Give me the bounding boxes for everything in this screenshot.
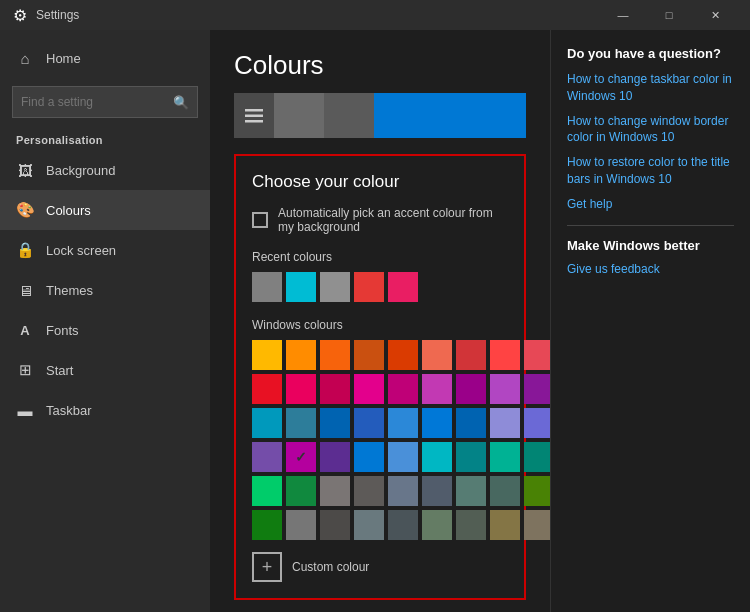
windows-swatch-10[interactable]: [286, 374, 316, 404]
recent-swatch-3[interactable]: [354, 272, 384, 302]
windows-swatch-16[interactable]: [490, 374, 520, 404]
help-link-3[interactable]: Get help: [567, 196, 734, 213]
windows-swatch-41[interactable]: [422, 476, 452, 506]
recent-colours-row: [252, 272, 508, 302]
preview-accent-bar: [374, 93, 526, 138]
help-link-0[interactable]: How to change taskbar color in Windows 1…: [567, 71, 734, 105]
recent-swatch-2[interactable]: [320, 272, 350, 302]
windows-swatch-27[interactable]: [252, 442, 282, 472]
preview-strip: [234, 93, 526, 138]
windows-swatch-28[interactable]: [286, 442, 316, 472]
windows-swatch-14[interactable]: [422, 374, 452, 404]
help-link-1[interactable]: How to change window border color in Win…: [567, 113, 734, 147]
search-input[interactable]: [21, 95, 173, 109]
windows-swatch-40[interactable]: [388, 476, 418, 506]
windows-swatch-1[interactable]: [286, 340, 316, 370]
windows-swatch-23[interactable]: [422, 408, 452, 438]
windows-swatch-8[interactable]: [524, 340, 550, 370]
recent-colours-label: Recent colours: [252, 250, 508, 264]
sidebar-item-home[interactable]: ⌂ Home: [0, 38, 210, 78]
windows-swatch-9[interactable]: [252, 374, 282, 404]
windows-swatch-12[interactable]: [354, 374, 384, 404]
help-link-2[interactable]: How to restore color to the title bars i…: [567, 154, 734, 188]
recent-swatch-0[interactable]: [252, 272, 282, 302]
sidebar-item-themes[interactable]: 🖥 Themes: [0, 270, 210, 310]
windows-swatch-18[interactable]: [252, 408, 282, 438]
windows-swatch-29[interactable]: [320, 442, 350, 472]
help-title: Do you have a question?: [567, 46, 734, 61]
right-panel: Do you have a question? How to change ta…: [550, 30, 750, 612]
windows-swatch-22[interactable]: [388, 408, 418, 438]
minimize-button[interactable]: —: [600, 0, 646, 30]
windows-swatch-15[interactable]: [456, 374, 486, 404]
maximize-button[interactable]: □: [646, 0, 692, 30]
custom-colour-label: Custom colour: [292, 560, 369, 574]
windows-swatch-4[interactable]: [388, 340, 418, 370]
windows-swatch-20[interactable]: [320, 408, 350, 438]
sidebar-item-lockscreen[interactable]: 🔒 Lock screen: [0, 230, 210, 270]
auto-accent-checkbox[interactable]: [252, 212, 268, 228]
windows-swatch-21[interactable]: [354, 408, 384, 438]
windows-swatch-32[interactable]: [422, 442, 452, 472]
windows-swatch-44[interactable]: [524, 476, 550, 506]
windows-swatch-31[interactable]: [388, 442, 418, 472]
sidebar-item-colours[interactable]: 🎨 Colours: [0, 190, 210, 230]
recent-swatch-1[interactable]: [286, 272, 316, 302]
windows-swatch-24[interactable]: [456, 408, 486, 438]
windows-swatch-52[interactable]: [490, 510, 520, 540]
windows-swatch-46[interactable]: [286, 510, 316, 540]
custom-colour-row: + Custom colour: [252, 552, 508, 582]
recent-swatch-4[interactable]: [388, 272, 418, 302]
search-box[interactable]: 🔍: [12, 86, 198, 118]
windows-swatch-11[interactable]: [320, 374, 350, 404]
windows-swatch-36[interactable]: [252, 476, 282, 506]
windows-swatch-0[interactable]: [252, 340, 282, 370]
preview-tile-2: [324, 93, 374, 138]
windows-swatch-2[interactable]: [320, 340, 350, 370]
windows-swatch-38[interactable]: [320, 476, 350, 506]
section-label: Personalisation: [0, 126, 210, 150]
sidebar-item-taskbar[interactable]: ▬ Taskbar: [0, 390, 210, 430]
panel-divider: [567, 225, 734, 226]
windows-swatch-35[interactable]: [524, 442, 550, 472]
windows-swatch-30[interactable]: [354, 442, 384, 472]
windows-swatch-13[interactable]: [388, 374, 418, 404]
windows-swatch-39[interactable]: [354, 476, 384, 506]
windows-swatch-48[interactable]: [354, 510, 384, 540]
close-button[interactable]: ✕: [692, 0, 738, 30]
sidebar: ⌂ Home 🔍 Personalisation 🖼 Background 🎨 …: [0, 30, 210, 612]
taskbar-icon: ▬: [16, 401, 34, 419]
sidebar-item-fonts[interactable]: A Fonts: [0, 310, 210, 350]
auto-accent-label: Automatically pick an accent colour from…: [278, 206, 508, 234]
windows-swatch-51[interactable]: [456, 510, 486, 540]
windows-swatch-45[interactable]: [252, 510, 282, 540]
app-icon: ⚙: [12, 7, 28, 23]
windows-swatch-49[interactable]: [388, 510, 418, 540]
feedback-link[interactable]: Give us feedback: [567, 261, 734, 278]
page-title: Colours: [234, 50, 526, 81]
windows-swatch-37[interactable]: [286, 476, 316, 506]
windows-swatch-19[interactable]: [286, 408, 316, 438]
windows-swatch-43[interactable]: [490, 476, 520, 506]
windows-swatch-53[interactable]: [524, 510, 550, 540]
windows-swatch-33[interactable]: [456, 442, 486, 472]
windows-swatch-50[interactable]: [422, 510, 452, 540]
windows-swatch-3[interactable]: [354, 340, 384, 370]
windows-swatch-17[interactable]: [524, 374, 550, 404]
windows-swatch-34[interactable]: [490, 442, 520, 472]
windows-swatch-42[interactable]: [456, 476, 486, 506]
windows-swatch-26[interactable]: [524, 408, 550, 438]
title-bar-title: Settings: [36, 8, 600, 22]
sidebar-item-start[interactable]: ⊞ Start: [0, 350, 210, 390]
fonts-icon: A: [16, 321, 34, 339]
windows-swatch-5[interactable]: [422, 340, 452, 370]
windows-swatch-25[interactable]: [490, 408, 520, 438]
windows-swatch-7[interactable]: [490, 340, 520, 370]
app-body: ⌂ Home 🔍 Personalisation 🖼 Background 🎨 …: [0, 30, 750, 612]
windows-swatch-6[interactable]: [456, 340, 486, 370]
search-icon: 🔍: [173, 95, 189, 110]
custom-colour-button[interactable]: +: [252, 552, 282, 582]
windows-swatch-47[interactable]: [320, 510, 350, 540]
windows-colours-grid: [252, 340, 508, 540]
sidebar-item-background[interactable]: 🖼 Background: [0, 150, 210, 190]
